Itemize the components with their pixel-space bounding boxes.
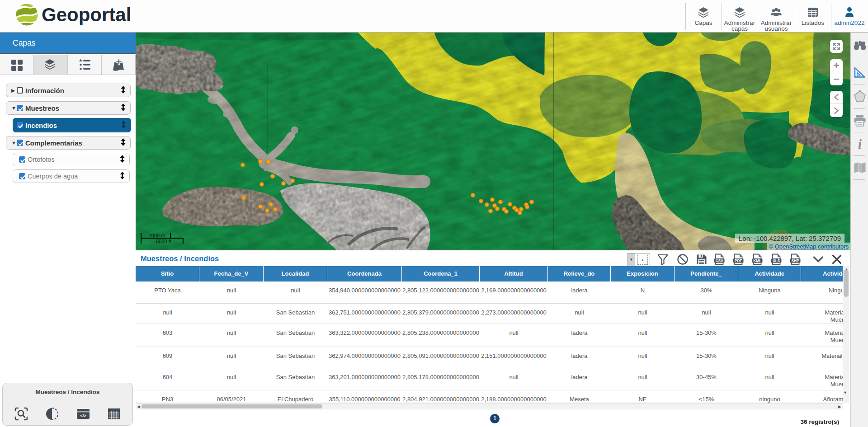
svg-text:KML: KML: [753, 259, 761, 263]
svg-text:CSV: CSV: [716, 259, 723, 263]
svg-text:5000 ft: 5000 ft: [156, 239, 171, 244]
svg-text:SHP: SHP: [792, 259, 799, 263]
svg-text:PDF: PDF: [735, 259, 742, 263]
svg-text:</>: </>: [80, 413, 86, 418]
svg-text:i: i: [858, 137, 862, 151]
svg-text:XLS: XLS: [773, 259, 780, 263]
svg-text:1000 m: 1000 m: [149, 233, 165, 238]
